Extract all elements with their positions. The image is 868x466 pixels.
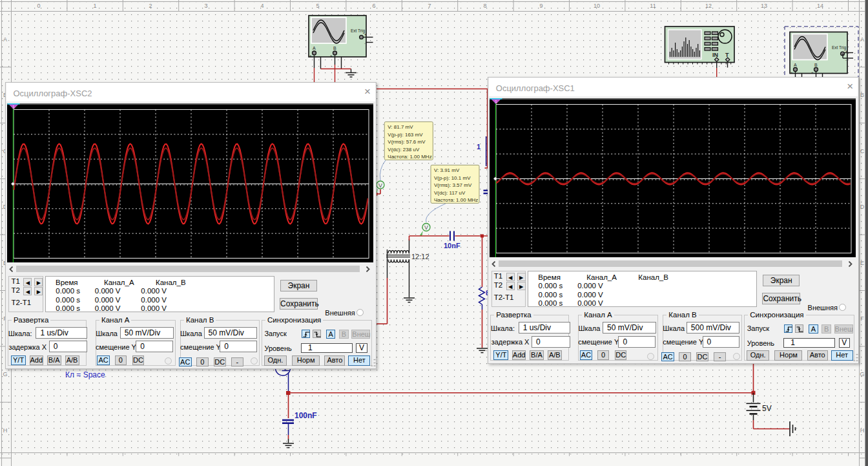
svg-text:2: 2 xyxy=(149,3,152,9)
svg-text:A: A xyxy=(313,46,316,50)
svg-text:7: 7 xyxy=(428,3,431,9)
svg-text:V(p-p): 10.1 mV: V(p-p): 10.1 mV xyxy=(434,175,471,181)
svg-text:5: 5 xyxy=(316,3,319,9)
svg-text:4: 4 xyxy=(260,3,264,9)
svg-text:B: B xyxy=(814,63,818,67)
svg-text:+: + xyxy=(811,70,814,74)
svg-text:12: 12 xyxy=(705,3,712,9)
svg-text:IN: IN xyxy=(712,52,718,58)
svg-text:C: C xyxy=(860,148,865,154)
svg-text:V: V xyxy=(424,224,428,231)
svg-text:V: V xyxy=(378,182,382,189)
svg-text:A: A xyxy=(860,36,864,43)
svg-text:V(p-p): 163 mV: V(p-p): 163 mV xyxy=(388,132,423,138)
svg-text:Частота: 1.00 MHz: Частота: 1.00 MHz xyxy=(388,154,431,160)
svg-text:E: E xyxy=(860,260,864,266)
svg-text:Кл = Space: Кл = Space xyxy=(65,370,105,379)
svg-text:V: 3.91 mV: V: 3.91 mV xyxy=(434,167,460,173)
svg-text:10: 10 xyxy=(594,3,600,9)
svg-text:H: H xyxy=(3,427,8,434)
svg-text:V(dc): 117 uV: V(dc): 117 uV xyxy=(434,190,466,196)
svg-text:100nF: 100nF xyxy=(294,411,317,420)
svg-text:Частота: 1.00 MHz: Частота: 1.00 MHz xyxy=(434,197,478,203)
svg-text:B: B xyxy=(333,46,336,50)
svg-text:H: H xyxy=(860,427,865,434)
svg-text:+: + xyxy=(309,54,312,58)
svg-text:+: + xyxy=(330,54,333,58)
svg-text:T: T xyxy=(725,52,729,58)
svg-text:1: 1 xyxy=(495,99,497,103)
svg-text:5V: 5V xyxy=(762,404,772,413)
svg-text:6: 6 xyxy=(372,3,375,9)
svg-text:9: 9 xyxy=(539,3,542,9)
svg-text:G: G xyxy=(3,371,7,377)
svg-text:0: 0 xyxy=(37,3,40,9)
svg-text:A: A xyxy=(3,36,7,43)
svg-text:G: G xyxy=(860,371,864,377)
svg-text:B: B xyxy=(860,92,864,98)
svg-text:+: + xyxy=(845,49,848,53)
svg-text:1: 1 xyxy=(12,104,15,109)
svg-text:1: 1 xyxy=(477,143,480,151)
svg-text:8: 8 xyxy=(483,3,486,9)
svg-text:+: + xyxy=(790,70,793,74)
svg-text:3: 3 xyxy=(204,3,207,9)
svg-text:Ext Trig: Ext Trig xyxy=(832,45,846,50)
svg-text:10nF: 10nF xyxy=(444,242,460,249)
svg-text:12:12: 12:12 xyxy=(411,253,429,260)
svg-text:Ext Trig: Ext Trig xyxy=(351,28,365,34)
svg-text:13: 13 xyxy=(761,3,767,9)
svg-text:+: + xyxy=(364,32,367,36)
svg-text:14: 14 xyxy=(817,3,823,9)
svg-text:11: 11 xyxy=(650,3,656,9)
svg-text:V(rms): 3.57 mV: V(rms): 3.57 mV xyxy=(434,182,472,188)
svg-text:D: D xyxy=(860,204,865,210)
svg-text:1: 1 xyxy=(93,3,96,9)
svg-text:A: A xyxy=(794,63,797,67)
svg-text:-: - xyxy=(364,41,366,45)
svg-text:V: 81.7 mV: V: 81.7 mV xyxy=(388,124,413,130)
svg-text:V(dc): 238 uV: V(dc): 238 uV xyxy=(388,147,420,153)
svg-text:F: F xyxy=(860,315,864,322)
svg-text:V(rms): 57.6 mV: V(rms): 57.6 mV xyxy=(388,139,426,145)
